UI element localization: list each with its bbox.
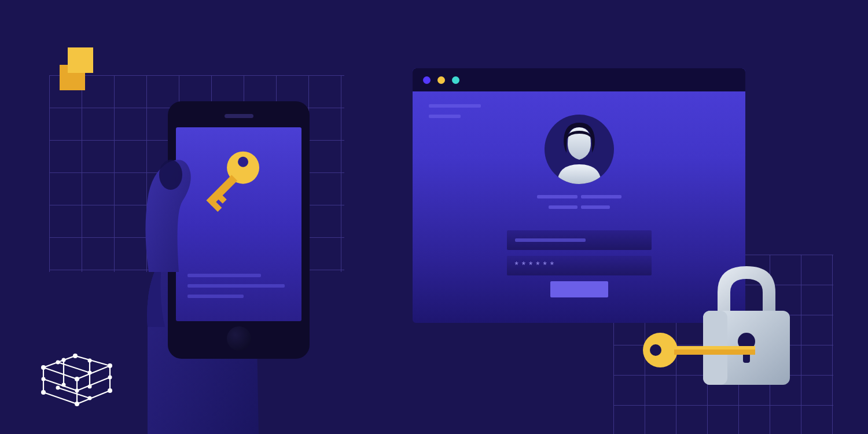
thumb-icon — [143, 156, 201, 272]
username-input[interactable] — [507, 230, 652, 250]
traffic-light-zoom-icon — [452, 76, 459, 84]
svg-point-32 — [650, 344, 661, 356]
svg-point-8 — [41, 390, 46, 395]
header-line-placeholder — [429, 104, 481, 108]
key-icon — [639, 324, 755, 376]
svg-point-15 — [88, 385, 92, 389]
user-name-placeholder — [530, 193, 628, 214]
password-input[interactable]: ****** — [507, 256, 652, 275]
svg-point-17 — [88, 396, 92, 400]
login-button[interactable] — [550, 281, 608, 297]
overlap-squares-icon — [60, 47, 106, 94]
traffic-light-close-icon — [423, 76, 431, 84]
svg-point-19 — [75, 389, 79, 393]
browser-titlebar — [413, 68, 745, 91]
key-icon — [196, 145, 282, 231]
header-line-placeholder — [429, 115, 461, 118]
user-avatar-icon — [545, 115, 614, 184]
svg-point-14 — [88, 359, 92, 363]
phone-with-hand-illustration — [107, 101, 350, 434]
svg-point-9 — [75, 377, 79, 381]
svg-rect-34 — [674, 346, 755, 350]
svg-point-10 — [56, 361, 60, 365]
login-form: ****** — [507, 230, 652, 297]
phone-text-placeholder — [187, 274, 290, 305]
svg-point-26 — [159, 160, 182, 190]
svg-point-3 — [41, 365, 46, 370]
svg-point-4 — [73, 354, 78, 358]
password-mask: ****** — [515, 261, 557, 270]
traffic-light-minimize-icon — [437, 76, 445, 84]
input-value-placeholder — [515, 238, 586, 242]
svg-point-11 — [88, 371, 92, 375]
svg-point-18 — [42, 377, 46, 381]
svg-point-12 — [62, 358, 66, 362]
phone-speaker — [225, 114, 253, 118]
svg-point-7 — [75, 402, 79, 406]
svg-point-13 — [62, 383, 66, 387]
phone-home-button — [227, 326, 251, 351]
svg-point-16 — [56, 386, 60, 390]
svg-rect-2 — [68, 65, 85, 73]
